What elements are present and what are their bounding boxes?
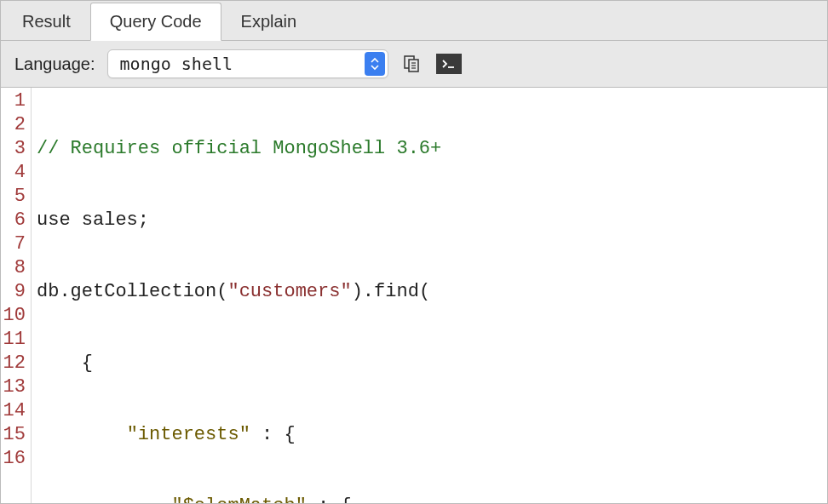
code-keyword: use [37,209,71,231]
line-number: 1 [3,89,26,113]
code-comment: // Requires official MongoShell 3.6+ [37,138,441,159]
line-number: 13 [3,375,26,399]
toolbar: Language: mongo shell [1,41,827,88]
line-number: 4 [3,161,26,185]
line-number: 14 [3,399,26,423]
code-string: "customers" [227,281,351,302]
line-number: 11 [3,328,26,352]
line-number: 15 [3,423,26,447]
language-select-value: mongo shell [108,54,365,74]
line-number: 9 [3,280,26,304]
tab-explain[interactable]: Explain [221,3,317,40]
code-call: db.getCollection( [37,281,227,302]
stepper-arrows-icon [365,52,385,76]
language-label: Language: [14,54,95,74]
tab-query-code[interactable]: Query Code [90,3,221,41]
tab-result[interactable]: Result [3,3,90,40]
line-number-gutter: 12345678910111213141516 [1,88,32,504]
copy-icon[interactable] [400,53,424,75]
line-number: 2 [3,113,26,137]
line-number: 7 [3,232,26,256]
line-number: 12 [3,352,26,375]
line-number: 3 [3,137,26,161]
line-number: 5 [3,185,26,209]
code-ident: sales [82,209,138,231]
line-number: 8 [3,256,26,280]
code-key: "$elemMatch" [171,495,306,504]
code-editor[interactable]: 12345678910111213141516 // Requires offi… [1,88,827,504]
line-number: 10 [3,304,26,328]
line-number: 6 [3,209,26,232]
tab-bar: Result Query Code Explain [1,1,827,41]
code-key: "interests" [127,424,250,445]
terminal-icon[interactable] [436,54,462,74]
code-area[interactable]: // Requires official MongoShell 3.6+ use… [32,88,446,504]
line-number: 16 [3,447,26,471]
language-select[interactable]: mongo shell [107,49,388,78]
